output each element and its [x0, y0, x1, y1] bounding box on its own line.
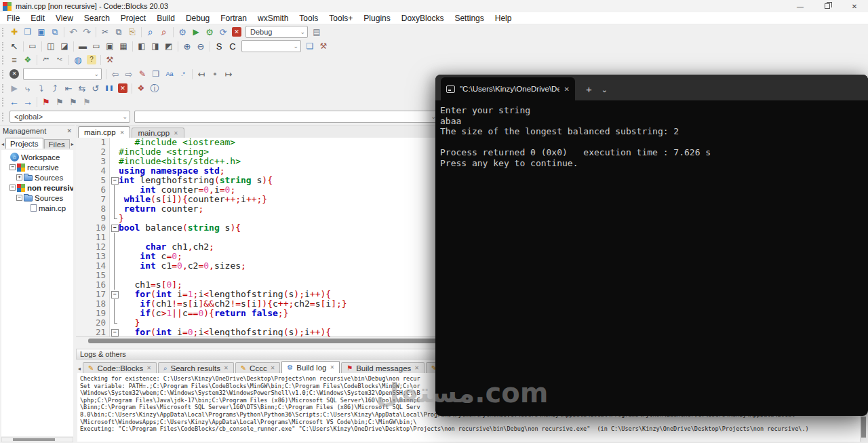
run-icon[interactable]: ▶ [189, 26, 203, 38]
wxsmith-resource-select[interactable]: ⌄ [241, 40, 301, 52]
terminal-title-bar[interactable]: "C:\Users\Kinzy\OneDrive\De ✕ + ⌄ [435, 75, 868, 100]
source-view-icon[interactable]: S [212, 40, 226, 52]
fill-window-icon[interactable]: ▦ [117, 40, 130, 52]
open-file-icon[interactable]: ❒ [21, 26, 35, 38]
border-all-icon[interactable]: ◩ [162, 40, 176, 52]
run-html-icon[interactable]: ◍ [71, 54, 85, 66]
close-icon[interactable]: ✕ [564, 85, 570, 93]
close-icon[interactable]: ✕ [66, 128, 72, 134]
toolbar-grip[interactable] [2, 56, 5, 64]
terminal-tab[interactable]: "C:\Users\Kinzy\OneDrive\De ✕ [441, 77, 575, 100]
window-resource-icon[interactable]: ▭ [26, 40, 39, 52]
stop-debugger-icon[interactable]: ✕ [118, 83, 127, 93]
goto-next-changed-line-icon[interactable]: ↦ [222, 68, 235, 80]
menu-item-tools[interactable]: Tools+ [323, 12, 358, 24]
tab-build-messages[interactable]: ⚑Build messages✕ [341, 362, 425, 373]
menu-item-project[interactable]: Project [115, 12, 151, 24]
tab-files[interactable]: Files [44, 139, 70, 149]
terminal-output[interactable]: Enter your stringabaaThe size of the lon… [435, 100, 868, 416]
close-icon[interactable]: ✕ [120, 130, 125, 136]
tab-build-log[interactable]: ⚙Build log✕ [281, 361, 340, 373]
scope-select[interactable]: <global>⌄ [9, 111, 130, 123]
tab-cccc[interactable]: ✎Cccc✕ [235, 362, 281, 373]
fold-start-icon[interactable] [110, 290, 119, 299]
close-icon[interactable]: ✕ [330, 364, 334, 370]
menu-item-plugins[interactable]: Plugins [358, 12, 395, 24]
fold-start-icon[interactable] [110, 176, 119, 185]
save-all-icon[interactable]: ⧉ [48, 26, 62, 38]
next-line-icon[interactable]: ⤵ [35, 82, 48, 94]
debug-continue-icon[interactable]: ▶ [7, 82, 21, 94]
toolbar-grip[interactable] [2, 70, 5, 79]
undo-icon[interactable]: ↶ [66, 26, 80, 38]
toolbar-grip[interactable] [2, 42, 5, 51]
cut-icon[interactable]: ✂ [98, 26, 112, 38]
incremental-search-input[interactable]: ⌄ [23, 68, 102, 80]
new-tab-button[interactable]: + [586, 83, 592, 95]
compile-target-options-icon[interactable]: ▤ [310, 26, 323, 38]
clear-bookmarks-icon[interactable]: ⚑ [80, 96, 94, 108]
scroll-left-icon[interactable]: ◂ [77, 366, 81, 373]
jump-forward-icon[interactable]: → [21, 96, 35, 108]
tree-item-sources[interactable]: −Sources [1, 193, 73, 203]
menu-item-doxyblocks[interactable]: DoxyBlocks [396, 12, 450, 24]
pointer-icon[interactable]: ↖ [7, 40, 21, 52]
zoom-out-icon[interactable]: ⊖ [194, 40, 208, 52]
match-case-icon[interactable]: Aa [163, 68, 176, 80]
copy-icon[interactable]: ⧉ [112, 26, 125, 38]
run-to-cursor-icon[interactable]: ⤷ [21, 82, 35, 94]
debug-info-icon[interactable]: ⓘ [148, 82, 161, 94]
break-debugger-icon[interactable]: ❚❚ [102, 82, 116, 94]
save-icon[interactable]: ▣ [35, 26, 48, 38]
wxsmith-settings-icon[interactable]: ⚒ [317, 40, 330, 52]
search-resource-icon[interactable]: ❏ [303, 40, 317, 52]
restore-button[interactable] [814, 0, 841, 12]
expander-icon[interactable]: − [9, 185, 16, 191]
rebuild-icon[interactable]: ⟳ [216, 26, 230, 38]
redo-icon[interactable]: ↷ [80, 26, 94, 38]
expander-icon[interactable]: − [9, 164, 16, 170]
tab-search-results[interactable]: ⌕Search results✕ [158, 362, 234, 373]
highlight-occurrences-icon[interactable]: ✎ [136, 68, 149, 80]
menu-item-wxsmith[interactable]: wxSmith [252, 12, 294, 24]
find-icon[interactable]: ⌕ [144, 26, 157, 38]
editor-tab-1[interactable]: main.cpp✕ [132, 128, 184, 138]
menu-item-file[interactable]: File [1, 12, 25, 24]
tree-item-main.cp[interactable]: main.cp [1, 203, 73, 213]
menu-item-settings[interactable]: Settings [449, 12, 489, 24]
scrollbar-thumb[interactable] [861, 417, 866, 438]
border-left-icon[interactable]: ◧ [135, 40, 149, 52]
jump-back-icon[interactable]: ← [7, 96, 21, 108]
regex-search-icon[interactable]: .* [176, 68, 190, 80]
menu-item-view[interactable]: View [50, 12, 79, 24]
extract-docs-icon[interactable]: ≡ [7, 54, 21, 66]
expander-icon[interactable]: − [16, 195, 22, 201]
function-select[interactable]: ⌄ [134, 111, 439, 123]
scroll-left-icon[interactable]: ◂ [1, 141, 5, 149]
management-hscrollbar[interactable] [1, 437, 73, 442]
menu-item-build[interactable]: Build [151, 12, 180, 24]
editor-tab-0[interactable]: main.cpp✕ [78, 126, 130, 138]
content-view-icon[interactable]: C [226, 40, 239, 52]
new-file-icon[interactable]: ✚ [7, 26, 21, 38]
step-into-instruction-icon[interactable]: ↺ [89, 82, 102, 94]
block-comment-icon[interactable]: /** [39, 54, 53, 66]
menu-item-debug[interactable]: Debug [180, 12, 215, 24]
doxyblocks-settings-icon[interactable]: ⚒ [103, 54, 117, 66]
clear-search-icon[interactable]: ✕ [9, 69, 19, 79]
zoom-in-icon[interactable]: ⊕ [180, 40, 194, 52]
split-vertical-icon[interactable]: ◪ [58, 40, 71, 52]
doxyblocks-icon[interactable]: ❖ [21, 54, 35, 66]
close-icon[interactable]: ✕ [271, 365, 275, 371]
search-prev-icon[interactable]: ⇦ [108, 68, 122, 80]
match-selection-icon[interactable]: ❒ [149, 68, 163, 80]
goto-previous-changed-line-icon[interactable]: ↤ [195, 68, 208, 80]
chevron-down-icon[interactable]: ⌄ [601, 85, 608, 94]
build-icon[interactable]: ⚙ [176, 26, 189, 38]
build-target-select[interactable]: Debug⌄ [245, 26, 308, 38]
debugging-windows-icon[interactable]: ❖ [134, 82, 148, 94]
breakpoint-icon[interactable]: ● [208, 68, 222, 80]
menu-item-edit[interactable]: Edit [25, 12, 50, 24]
close-button[interactable]: ✕ [841, 0, 868, 12]
expander-icon[interactable]: + [16, 174, 22, 180]
